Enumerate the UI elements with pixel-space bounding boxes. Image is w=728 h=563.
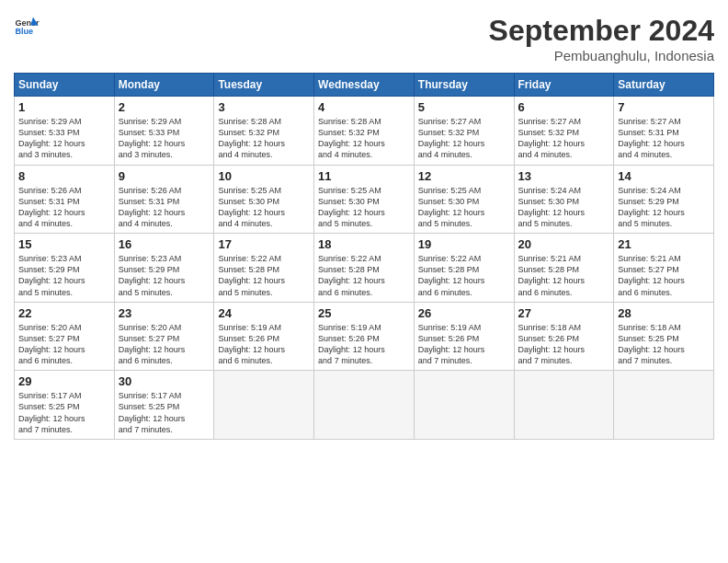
day-info: Sunrise: 5:22 AM Sunset: 5:28 PM Dayligh…: [318, 253, 410, 298]
day-info: Sunrise: 5:18 AM Sunset: 5:26 PM Dayligh…: [518, 322, 610, 367]
day-info: Sunrise: 5:19 AM Sunset: 5:26 PM Dayligh…: [418, 322, 510, 367]
day-number: 1: [18, 100, 110, 114]
day-number: 26: [418, 306, 510, 320]
day-cell: 28Sunrise: 5:18 AM Sunset: 5:25 PM Dayli…: [614, 302, 714, 371]
day-cell: 19Sunrise: 5:22 AM Sunset: 5:28 PM Dayli…: [414, 234, 514, 303]
day-cell: [314, 371, 415, 440]
day-cell: 13Sunrise: 5:24 AM Sunset: 5:30 PM Dayli…: [514, 165, 614, 234]
day-number: 4: [318, 100, 410, 114]
day-header-sunday: Sunday: [15, 74, 115, 97]
day-header-thursday: Thursday: [414, 74, 514, 97]
day-cell: 25Sunrise: 5:19 AM Sunset: 5:26 PM Dayli…: [314, 302, 415, 371]
day-header-monday: Monday: [114, 74, 214, 97]
week-row-5: 29Sunrise: 5:17 AM Sunset: 5:25 PM Dayli…: [15, 371, 714, 440]
calendar-table: SundayMondayTuesdayWednesdayThursdayFrid…: [14, 73, 714, 440]
day-cell: 17Sunrise: 5:22 AM Sunset: 5:28 PM Dayli…: [214, 234, 314, 303]
day-cell: [514, 371, 614, 440]
svg-text:Blue: Blue: [15, 27, 33, 36]
day-info: Sunrise: 5:26 AM Sunset: 5:31 PM Dayligh…: [119, 185, 210, 230]
day-cell: 14Sunrise: 5:24 AM Sunset: 5:29 PM Dayli…: [614, 165, 714, 234]
day-info: Sunrise: 5:24 AM Sunset: 5:29 PM Dayligh…: [618, 185, 710, 230]
day-info: Sunrise: 5:28 AM Sunset: 5:32 PM Dayligh…: [318, 116, 410, 161]
day-info: Sunrise: 5:20 AM Sunset: 5:27 PM Dayligh…: [119, 322, 210, 367]
day-cell: 20Sunrise: 5:21 AM Sunset: 5:28 PM Dayli…: [514, 234, 614, 303]
day-cell: 26Sunrise: 5:19 AM Sunset: 5:26 PM Dayli…: [414, 302, 514, 371]
day-number: 6: [518, 100, 610, 114]
day-cell: 29Sunrise: 5:17 AM Sunset: 5:25 PM Dayli…: [15, 371, 115, 440]
day-cell: 22Sunrise: 5:20 AM Sunset: 5:27 PM Dayli…: [15, 302, 115, 371]
day-cell: 3Sunrise: 5:28 AM Sunset: 5:32 PM Daylig…: [214, 97, 314, 166]
day-info: Sunrise: 5:29 AM Sunset: 5:33 PM Dayligh…: [18, 116, 110, 161]
day-cell: 27Sunrise: 5:18 AM Sunset: 5:26 PM Dayli…: [514, 302, 614, 371]
day-number: 18: [318, 237, 410, 251]
day-info: Sunrise: 5:17 AM Sunset: 5:25 PM Dayligh…: [18, 390, 110, 435]
day-cell: 8Sunrise: 5:26 AM Sunset: 5:31 PM Daylig…: [15, 165, 115, 234]
day-number: 14: [618, 169, 710, 183]
day-info: Sunrise: 5:25 AM Sunset: 5:30 PM Dayligh…: [418, 185, 510, 230]
day-cell: 12Sunrise: 5:25 AM Sunset: 5:30 PM Dayli…: [414, 165, 514, 234]
day-cell: [414, 371, 514, 440]
day-info: Sunrise: 5:21 AM Sunset: 5:27 PM Dayligh…: [618, 253, 710, 298]
day-number: 5: [418, 100, 510, 114]
day-info: Sunrise: 5:17 AM Sunset: 5:25 PM Dayligh…: [119, 390, 210, 435]
day-info: Sunrise: 5:22 AM Sunset: 5:28 PM Dayligh…: [218, 253, 310, 298]
day-cell: 1Sunrise: 5:29 AM Sunset: 5:33 PM Daylig…: [15, 97, 115, 166]
day-info: Sunrise: 5:22 AM Sunset: 5:28 PM Dayligh…: [418, 253, 510, 298]
day-header-friday: Friday: [514, 74, 614, 97]
day-number: 15: [18, 237, 110, 251]
day-info: Sunrise: 5:27 AM Sunset: 5:32 PM Dayligh…: [418, 116, 510, 161]
day-number: 22: [18, 306, 110, 320]
day-number: 10: [218, 169, 310, 183]
day-cell: 16Sunrise: 5:23 AM Sunset: 5:29 PM Dayli…: [114, 234, 214, 303]
day-number: 30: [119, 374, 210, 388]
day-number: 8: [18, 169, 110, 183]
day-cell: 10Sunrise: 5:25 AM Sunset: 5:30 PM Dayli…: [214, 165, 314, 234]
header-row: SundayMondayTuesdayWednesdayThursdayFrid…: [15, 74, 714, 97]
day-number: 11: [318, 169, 410, 183]
day-number: 2: [119, 100, 210, 114]
calendar-container: General Blue September 2024 Pembuanghulu…: [0, 0, 728, 563]
day-number: 25: [318, 306, 410, 320]
day-cell: [614, 371, 714, 440]
day-number: 19: [418, 237, 510, 251]
day-number: 9: [119, 169, 210, 183]
header: General Blue September 2024 Pembuanghulu…: [14, 14, 714, 63]
day-number: 17: [218, 237, 310, 251]
day-info: Sunrise: 5:23 AM Sunset: 5:29 PM Dayligh…: [18, 253, 110, 298]
day-header-wednesday: Wednesday: [314, 74, 415, 97]
day-number: 12: [418, 169, 510, 183]
day-number: 21: [618, 237, 710, 251]
day-header-saturday: Saturday: [614, 74, 714, 97]
day-cell: 5Sunrise: 5:27 AM Sunset: 5:32 PM Daylig…: [414, 97, 514, 166]
day-info: Sunrise: 5:25 AM Sunset: 5:30 PM Dayligh…: [318, 185, 410, 230]
day-info: Sunrise: 5:26 AM Sunset: 5:31 PM Dayligh…: [18, 185, 110, 230]
week-row-1: 1Sunrise: 5:29 AM Sunset: 5:33 PM Daylig…: [15, 97, 714, 166]
day-info: Sunrise: 5:29 AM Sunset: 5:33 PM Dayligh…: [119, 116, 210, 161]
logo-icon: General Blue: [14, 14, 40, 40]
day-cell: 15Sunrise: 5:23 AM Sunset: 5:29 PM Dayli…: [15, 234, 115, 303]
day-number: 7: [618, 100, 710, 114]
day-info: Sunrise: 5:19 AM Sunset: 5:26 PM Dayligh…: [218, 322, 310, 367]
day-number: 20: [518, 237, 610, 251]
day-number: 24: [218, 306, 310, 320]
title-block: September 2024 Pembuanghulu, Indonesia: [489, 14, 714, 63]
day-info: Sunrise: 5:18 AM Sunset: 5:25 PM Dayligh…: [618, 322, 710, 367]
day-number: 23: [119, 306, 210, 320]
day-info: Sunrise: 5:23 AM Sunset: 5:29 PM Dayligh…: [119, 253, 210, 298]
day-cell: 30Sunrise: 5:17 AM Sunset: 5:25 PM Dayli…: [114, 371, 214, 440]
day-info: Sunrise: 5:19 AM Sunset: 5:26 PM Dayligh…: [318, 322, 410, 367]
day-info: Sunrise: 5:20 AM Sunset: 5:27 PM Dayligh…: [18, 322, 110, 367]
day-number: 16: [119, 237, 210, 251]
day-header-tuesday: Tuesday: [214, 74, 314, 97]
day-cell: 9Sunrise: 5:26 AM Sunset: 5:31 PM Daylig…: [114, 165, 214, 234]
day-info: Sunrise: 5:21 AM Sunset: 5:28 PM Dayligh…: [518, 253, 610, 298]
day-cell: 23Sunrise: 5:20 AM Sunset: 5:27 PM Dayli…: [114, 302, 214, 371]
day-number: 27: [518, 306, 610, 320]
day-number: 3: [218, 100, 310, 114]
day-cell: 24Sunrise: 5:19 AM Sunset: 5:26 PM Dayli…: [214, 302, 314, 371]
day-cell: 2Sunrise: 5:29 AM Sunset: 5:33 PM Daylig…: [114, 97, 214, 166]
day-number: 29: [18, 374, 110, 388]
day-cell: 11Sunrise: 5:25 AM Sunset: 5:30 PM Dayli…: [314, 165, 415, 234]
day-cell: 6Sunrise: 5:27 AM Sunset: 5:32 PM Daylig…: [514, 97, 614, 166]
day-number: 28: [618, 306, 710, 320]
